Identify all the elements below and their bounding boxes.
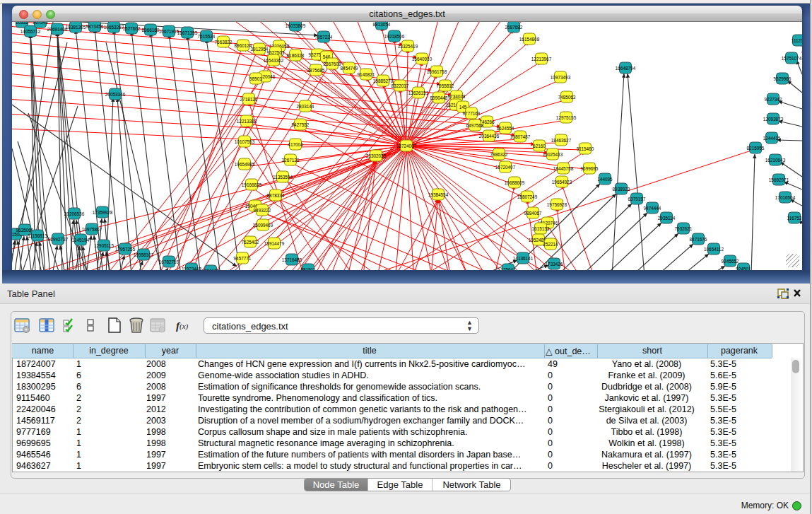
svg-text:2718126: 2718126 [240, 97, 258, 102]
svg-text:7485063: 7485063 [558, 95, 576, 100]
svg-text:14055712: 14055712 [20, 29, 41, 34]
svg-text:15640910: 15640910 [412, 57, 433, 62]
svg-text:12942737: 12942737 [48, 237, 69, 242]
svg-text:7663822: 7663822 [215, 40, 233, 45]
svg-text:8990448: 8990448 [430, 95, 448, 100]
svg-text:18463627: 18463627 [551, 138, 572, 143]
svg-text:9457771: 9457771 [234, 256, 252, 261]
svg-text:10654112: 10654112 [704, 247, 724, 252]
svg-text:9873456: 9873456 [86, 24, 104, 29]
svg-text:8186328: 8186328 [287, 53, 305, 58]
svg-text:17957255: 17957255 [115, 247, 136, 252]
svg-text:12213383: 12213383 [237, 119, 257, 124]
svg-text:10107553: 10107553 [235, 139, 255, 144]
svg-text:20691406: 20691406 [47, 27, 68, 32]
svg-text:3875685: 3875685 [307, 68, 325, 73]
svg-text:16033809: 16033809 [286, 23, 306, 28]
svg-text:1615132: 1615132 [532, 226, 550, 231]
svg-text:23302035: 23302035 [366, 153, 387, 158]
svg-text:17016504: 17016504 [775, 195, 796, 200]
svg-text:15692971: 15692971 [769, 177, 789, 182]
svg-text:15751074: 15751074 [782, 56, 802, 61]
svg-text:20206536: 20206536 [64, 211, 85, 216]
svg-text:18807249: 18807249 [517, 194, 538, 199]
svg-text:12213967: 12213967 [531, 57, 552, 62]
svg-text:9777169: 9777169 [463, 111, 481, 116]
svg-text:16671355: 16671355 [177, 30, 198, 35]
svg-text:7515524: 7515524 [198, 34, 216, 39]
svg-text:10653287: 10653287 [104, 25, 124, 30]
svg-text:19218506: 19218506 [384, 34, 405, 39]
svg-text:7986322: 7986322 [490, 152, 508, 157]
svg-text:20364436: 20364436 [479, 134, 500, 139]
svg-text:1244415: 1244415 [763, 136, 781, 141]
svg-text:(x): (x) [180, 322, 189, 331]
svg-text:9245652: 9245652 [722, 259, 739, 264]
svg-text:14136141: 14136141 [513, 256, 534, 261]
svg-text:9115460: 9115460 [577, 146, 594, 151]
svg-text:10958107: 10958107 [134, 252, 154, 257]
svg-text:1145194: 1145194 [72, 238, 90, 243]
svg-text:9699695: 9699695 [581, 166, 599, 171]
svg-text:9493222: 9493222 [254, 208, 271, 213]
svg-text:8454749: 8454749 [341, 66, 358, 71]
svg-text:13716485: 13716485 [282, 257, 302, 262]
svg-text:15885270: 15885270 [373, 78, 394, 83]
svg-text:9635061: 9635061 [16, 228, 34, 233]
svg-text:417004: 417004 [288, 142, 303, 147]
svg-text:16961758: 16961758 [427, 69, 447, 74]
svg-text:19654923: 19654923 [552, 180, 572, 185]
svg-text:12975155: 12975155 [556, 115, 577, 120]
svg-text:11353594: 11353594 [273, 175, 293, 180]
svg-text:9227342: 9227342 [765, 97, 782, 102]
svg-text:16332: 16332 [16, 22, 28, 25]
svg-text:1733426: 1733426 [546, 262, 563, 267]
svg-text:967545: 967545 [33, 22, 48, 25]
svg-text:6497568: 6497568 [466, 123, 484, 128]
svg-text:3912954: 3912954 [251, 47, 269, 52]
svg-text:16210643: 16210643 [765, 158, 786, 163]
svg-text:8938923: 8938923 [613, 187, 630, 192]
svg-text:19166825: 19166825 [242, 182, 262, 187]
svg-text:10671915: 10671915 [159, 29, 180, 34]
svg-text:62160: 62160 [533, 144, 546, 148]
svg-text:9329966: 9329966 [774, 76, 792, 81]
svg-text:7625402: 7625402 [242, 240, 259, 245]
svg-text:19384554: 19384554 [428, 192, 449, 197]
svg-text:8471676: 8471676 [690, 237, 707, 242]
svg-text:111234: 111234 [792, 38, 802, 43]
svg-text:98901: 98901 [249, 76, 262, 81]
svg-text:116753: 116753 [787, 216, 802, 221]
svg-text:13626151: 13626151 [408, 90, 429, 95]
svg-text:8813054: 8813054 [373, 22, 391, 27]
svg-text:15720407: 15720407 [495, 165, 516, 170]
svg-text:18445758: 18445758 [553, 166, 574, 171]
svg-text:10975867: 10975867 [82, 227, 102, 232]
svg-text:2935114: 2935114 [658, 216, 676, 221]
svg-text:17359928: 17359928 [93, 210, 113, 215]
svg-text:1527602: 1527602 [123, 26, 141, 31]
svg-text:19756928: 19756928 [547, 202, 567, 207]
svg-text:10025433: 10025433 [543, 152, 563, 157]
svg-text:9734028: 9734028 [448, 94, 466, 99]
svg-text:12093873: 12093873 [763, 117, 784, 122]
svg-text:16154808: 16154808 [519, 37, 540, 42]
svg-text:2687682: 2687682 [505, 25, 523, 30]
svg-text:9884067: 9884067 [524, 211, 542, 216]
svg-text:9474444: 9474444 [644, 206, 661, 211]
svg-text:3624554: 3624554 [497, 126, 514, 131]
svg-text:7857224: 7857224 [315, 35, 333, 40]
svg-text:16543362: 16543362 [264, 58, 284, 63]
svg-text:19654985: 19654985 [235, 162, 255, 167]
svg-text:11156813: 11156813 [28, 233, 47, 238]
svg-text:15914479: 15914479 [264, 241, 285, 246]
svg-text:6379197: 6379197 [628, 197, 646, 201]
svg-text:9327503: 9327503 [267, 50, 285, 55]
svg-text:2367608: 2367608 [324, 62, 341, 66]
svg-text:13325419: 13325419 [398, 44, 418, 49]
svg-text:16782759: 16782759 [159, 259, 180, 264]
svg-text:18381305: 18381305 [66, 25, 86, 30]
svg-text:20053346: 20053346 [105, 92, 126, 97]
svg-text:8215955: 8215955 [747, 146, 765, 151]
svg-text:16648794: 16648794 [616, 66, 636, 71]
